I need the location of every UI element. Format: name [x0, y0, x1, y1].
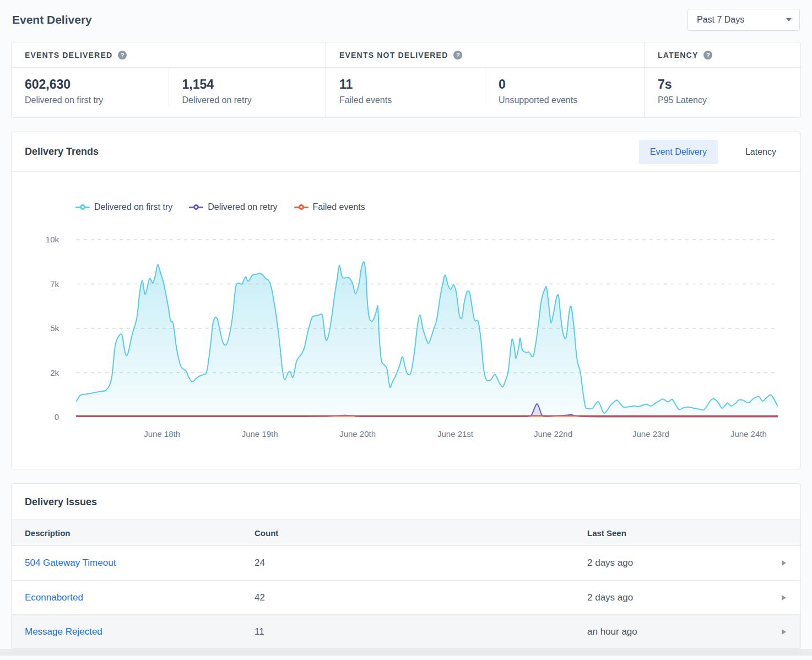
stats-section-latency: LATENCY ? 7s P95 Latency — [644, 42, 800, 117]
stat-value: 7s — [658, 77, 787, 92]
delivery-trends-title: Delivery Trends — [25, 146, 99, 158]
stat-label: Delivered on first try — [25, 95, 155, 105]
issue-last-seen: an hour ago — [587, 626, 770, 637]
svg-text:0: 0 — [55, 412, 59, 421]
delivery-trends-card: Delivery Trends Event Delivery Latency D… — [11, 132, 801, 469]
svg-text:June 19th: June 19th — [242, 429, 278, 439]
column-header-last-seen: Last Seen — [587, 528, 770, 538]
table-row[interactable]: Message Rejected 11 an hour ago — [12, 614, 800, 648]
table-row[interactable]: Econnaborted 42 2 days ago — [12, 580, 800, 614]
date-range-value: Past 7 Days — [697, 15, 744, 25]
page-bottom-strip — [0, 649, 812, 656]
issue-count: 42 — [255, 592, 587, 603]
help-icon[interactable]: ? — [453, 51, 462, 59]
date-range-selector[interactable]: Past 7 Days — [688, 9, 800, 31]
stats-section-title: LATENCY — [658, 51, 698, 59]
stat-delivered-first-try: 602,630 Delivered on first try — [12, 68, 169, 105]
issue-last-seen: 2 days ago — [587, 558, 770, 569]
svg-text:June 24th: June 24th — [730, 429, 767, 439]
event-delivery-page: Event Delivery Past 7 Days EVENTS DELIVE… — [0, 0, 812, 649]
issue-link[interactable]: 504 Gateway Timeout — [25, 558, 116, 568]
stat-label: Delivered on retry — [182, 95, 313, 105]
svg-text:10k: 10k — [46, 235, 59, 244]
delivery-trends-chart[interactable]: 02k5k7k10kJune 18thJune 19thJune 20thJun… — [12, 216, 800, 445]
stats-section-delivered: EVENTS DELIVERED ? 602,630 Delivered on … — [12, 42, 326, 117]
stat-value: 0 — [499, 77, 631, 92]
stat-p95-latency: 7s P95 Latency — [645, 68, 800, 105]
chevron-right-icon[interactable] — [782, 595, 786, 601]
chevron-down-icon — [786, 18, 792, 21]
trends-tab-group: Event Delivery Latency — [639, 140, 787, 164]
svg-text:June 22nd: June 22nd — [534, 429, 572, 439]
legend-item-retry[interactable]: Delivered on retry — [189, 202, 277, 212]
chevron-right-icon[interactable] — [782, 560, 786, 566]
stats-section-not-delivered: EVENTS NOT DELIVERED ? 11 Failed events … — [326, 42, 644, 117]
stat-label: Failed events — [339, 95, 472, 105]
legend-item-failed[interactable]: Failed events — [294, 202, 365, 212]
column-header-description: Description — [12, 528, 255, 538]
legend-label: Failed events — [313, 202, 365, 212]
stat-value: 1,154 — [182, 77, 313, 92]
issues-table-header: Description Count Last Seen — [12, 520, 800, 546]
help-icon[interactable]: ? — [118, 51, 127, 59]
stat-delivered-retry: 1,154 Delivered on retry — [169, 68, 326, 105]
stat-failed-events: 11 Failed events — [326, 68, 485, 105]
chart-legend: Delivered on first try Delivered on retr… — [12, 201, 800, 214]
stat-label: P95 Latency — [658, 95, 787, 105]
table-row[interactable]: 504 Gateway Timeout 24 2 days ago — [12, 546, 800, 580]
legend-marker-icon — [75, 204, 90, 210]
tab-event-delivery[interactable]: Event Delivery — [639, 140, 718, 164]
topbar: Event Delivery Past 7 Days — [11, 0, 801, 34]
delivery-issues-title: Delivery Issues — [12, 484, 800, 520]
issue-count: 24 — [255, 558, 587, 569]
legend-label: Delivered on first try — [94, 202, 172, 212]
tab-latency[interactable]: Latency — [734, 140, 787, 164]
stats-section-title: EVENTS DELIVERED — [25, 51, 112, 59]
help-icon[interactable]: ? — [703, 51, 712, 59]
legend-label: Delivered on retry — [208, 202, 277, 212]
delivery-issues-card: Delivery Issues Description Count Last S… — [11, 483, 801, 649]
stats-summary-card: EVENTS DELIVERED ? 602,630 Delivered on … — [11, 42, 801, 118]
legend-marker-icon — [189, 204, 203, 210]
legend-item-first-try[interactable]: Delivered on first try — [75, 202, 172, 212]
issue-count: 11 — [255, 626, 587, 637]
svg-text:7k: 7k — [50, 279, 59, 289]
chevron-right-icon[interactable] — [782, 629, 786, 635]
svg-text:June 20th: June 20th — [339, 429, 376, 439]
svg-text:June 18th: June 18th — [144, 429, 180, 439]
svg-text:June 23rd: June 23rd — [632, 429, 669, 439]
page-title: Event Delivery — [12, 13, 92, 26]
column-header-count: Count — [255, 528, 587, 538]
stat-unsupported-events: 0 Unsupported events — [485, 68, 644, 105]
issue-last-seen: 2 days ago — [587, 592, 770, 603]
stat-label: Unsupported events — [499, 95, 631, 105]
legend-marker-icon — [294, 204, 308, 210]
stat-value: 602,630 — [25, 77, 155, 92]
svg-text:June 21st: June 21st — [437, 429, 474, 439]
stats-section-title: EVENTS NOT DELIVERED — [339, 51, 448, 59]
svg-text:2k: 2k — [50, 368, 59, 377]
issue-link[interactable]: Econnaborted — [25, 592, 83, 603]
stat-value: 11 — [339, 77, 472, 92]
chart-area: Delivered on first try Delivered on retr… — [12, 172, 800, 469]
svg-text:5k: 5k — [50, 323, 59, 333]
issue-link[interactable]: Message Rejected — [25, 626, 102, 637]
